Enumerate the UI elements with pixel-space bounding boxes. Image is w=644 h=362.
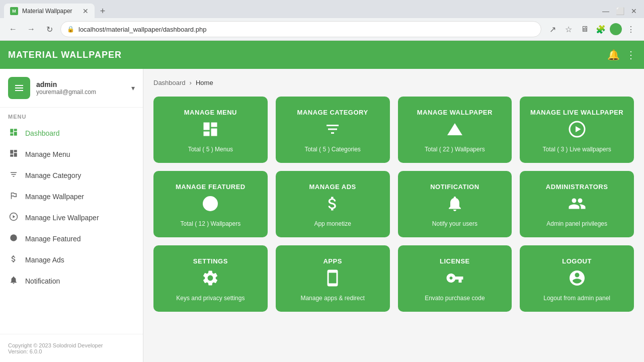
dropdown-arrow-icon[interactable]: ▾ (131, 84, 135, 92)
card-subtitle-license: Envato purchase code (425, 295, 485, 302)
sidebar-item-dashboard[interactable]: Dashboard (0, 123, 143, 144)
card-title-notification: NOTIFICATION (430, 183, 479, 191)
browser-chrome: M Material Wallpaper ✕ + — ⬜ ✕ ← → ↻ 🔒 l… (0, 0, 644, 41)
card-subtitle-manage-menu: Total ( 5 ) Menus (188, 146, 233, 153)
maximize-button[interactable]: ⬜ (614, 5, 626, 17)
version-text: Version: 6.0.0 (8, 348, 135, 354)
user-email: youremail@gmail.com (36, 88, 125, 96)
sidebar-item-manage-menu[interactable]: Manage Menu (0, 144, 143, 165)
avatar (8, 77, 30, 99)
card-icon-manage-ads (324, 195, 342, 216)
sidebar-item-manage-wallpaper[interactable]: Manage Wallpaper (0, 186, 143, 207)
share-icon[interactable]: ↗ (545, 22, 559, 36)
card-title-license: LICENSE (440, 257, 470, 265)
username: admin (36, 80, 125, 88)
card-license[interactable]: LICENSE Envato purchase code (398, 245, 512, 312)
close-tab-button[interactable]: ✕ (83, 7, 89, 15)
svg-marker-1 (13, 215, 16, 218)
card-subtitle-apps: Manage apps & redirect (300, 295, 364, 302)
manage-live-wallpaper-icon (8, 212, 19, 223)
profile-icon[interactable] (610, 23, 622, 35)
sidebar-item-label-manage-category: Manage Category (25, 171, 81, 179)
card-icon-manage-featured (201, 195, 219, 216)
sidebar-item-manage-ads[interactable]: Manage Ads (0, 249, 143, 270)
breadcrumb-parent: Dashboard (153, 79, 186, 86)
card-title-logout: LOGOUT (562, 257, 592, 265)
sidebar-item-label-manage-ads: Manage Ads (25, 256, 64, 264)
app-title: MATERIAL WALLPAPER (8, 50, 607, 60)
new-tab-button[interactable]: + (97, 5, 109, 17)
close-button[interactable]: ✕ (628, 5, 640, 17)
app-header: MATERIAL WALLPAPER 🔔 ⋮ (0, 41, 644, 69)
manage-featured-icon (8, 233, 19, 244)
card-icon-logout (568, 269, 586, 291)
tab-favicon: M (10, 7, 18, 15)
app-body: admin youremail@gmail.com ▾ MENU Dashboa… (0, 69, 644, 362)
sidebar-item-manage-live-wallpaper[interactable]: Manage Live Wallpaper (0, 207, 143, 228)
svg-point-5 (203, 196, 218, 211)
manage-ads-icon (8, 254, 19, 265)
card-subtitle-manage-live-wallpaper: Total ( 3 ) Live wallpapers (543, 146, 611, 153)
card-icon-administrators (568, 195, 586, 216)
extensions-icon[interactable]: 🧩 (594, 22, 608, 36)
card-icon-notification (446, 195, 464, 216)
card-manage-ads[interactable]: MANAGE ADS App monetize (276, 171, 390, 237)
breadcrumb-current: Home (196, 79, 213, 86)
sidebar-item-manage-category[interactable]: Manage Category (0, 165, 143, 186)
back-button[interactable]: ← (6, 22, 20, 36)
manage-wallpaper-icon (8, 191, 19, 202)
header-icons: 🔔 ⋮ (607, 49, 636, 61)
card-manage-wallpaper[interactable]: MANAGE WALLPAPER Total ( 22 ) Wallpapers (398, 97, 512, 163)
card-icon-manage-wallpaper (446, 120, 464, 142)
card-apps[interactable]: APPS Manage apps & redirect (276, 245, 390, 312)
more-menu-icon[interactable]: ⋮ (626, 49, 636, 61)
forward-button[interactable]: → (24, 22, 38, 36)
tab-title: Material Wallpaper (22, 8, 78, 15)
manage-menu-icon (8, 149, 19, 160)
card-manage-category[interactable]: MANAGE CATEGORY Total ( 5 ) Categories (276, 97, 390, 163)
desktop-icon[interactable]: 🖥 (578, 22, 592, 36)
sidebar-footer: Copyright © 2023 Solodroid Developer Ver… (0, 334, 143, 362)
notification-bell-icon[interactable]: 🔔 (607, 49, 620, 61)
card-notification[interactable]: NOTIFICATION Notify your users (398, 171, 512, 237)
url-text: localhost/material_wallpaper/dashboard.p… (78, 26, 535, 33)
browser-toolbar: ← → ↻ 🔒 localhost/material_wallpaper/das… (0, 18, 644, 40)
card-manage-live-wallpaper[interactable]: MANAGE LIVE WALLPAPER Total ( 3 ) Live w… (520, 97, 634, 163)
card-logout[interactable]: LOGOUT Logout from admin panel (520, 245, 634, 312)
sidebar-item-notification[interactable]: Notification (0, 270, 143, 292)
dashboard-grid: MANAGE MENU Total ( 5 ) Menus MANAGE CAT… (153, 97, 634, 312)
sidebar-item-label-manage-live-wallpaper: Manage Live Wallpaper (25, 214, 99, 222)
sidebar-item-label-notification: Notification (25, 277, 60, 285)
sidebar-user: admin youremail@gmail.com ▾ (0, 69, 143, 108)
browser-titlebar: M Material Wallpaper ✕ + — ⬜ ✕ (0, 0, 644, 18)
card-icon-manage-category (324, 120, 342, 142)
dashboard-icon (8, 128, 19, 139)
breadcrumb-separator: › (190, 79, 192, 86)
menu-section-label: MENU (0, 108, 143, 123)
more-icon[interactable]: ⋮ (624, 22, 638, 36)
sidebar-item-manage-featured[interactable]: Manage Featured (0, 228, 143, 249)
manage-category-icon (8, 170, 19, 181)
minimize-button[interactable]: — (600, 5, 612, 17)
bookmark-icon[interactable]: ☆ (561, 22, 576, 36)
card-manage-featured[interactable]: MANAGE FEATURED Total ( 12 ) Wallpapers (153, 171, 268, 237)
card-subtitle-settings: Keys and privacy settings (176, 295, 245, 302)
window-controls: — ⬜ ✕ (600, 5, 640, 17)
copyright-text: Copyright © 2023 Solodroid Developer (8, 342, 135, 348)
sidebar-item-label-manage-featured: Manage Featured (25, 235, 81, 243)
sidebar: admin youremail@gmail.com ▾ MENU Dashboa… (0, 69, 143, 362)
address-bar[interactable]: 🔒 localhost/material_wallpaper/dashboard… (60, 21, 541, 37)
card-administrators[interactable]: ADMINISTRATORS Admin panel privileges (520, 171, 634, 237)
card-title-settings: SETTINGS (193, 257, 228, 265)
card-settings[interactable]: SETTINGS Keys and privacy settings (153, 245, 268, 312)
card-title-administrators: ADMINISTRATORS (546, 183, 608, 191)
card-title-manage-category: MANAGE CATEGORY (297, 109, 368, 116)
toolbar-actions: ↗ ☆ 🖥 🧩 ⋮ (545, 22, 638, 36)
card-icon-apps (324, 269, 342, 291)
user-info: admin youremail@gmail.com (36, 80, 125, 96)
sidebar-item-label-manage-wallpaper: Manage Wallpaper (25, 193, 84, 201)
reload-button[interactable]: ↻ (42, 22, 56, 36)
browser-tab[interactable]: M Material Wallpaper ✕ (4, 4, 95, 19)
card-manage-menu[interactable]: MANAGE MENU Total ( 5 ) Menus (153, 97, 268, 163)
card-subtitle-notification: Notify your users (432, 220, 477, 227)
